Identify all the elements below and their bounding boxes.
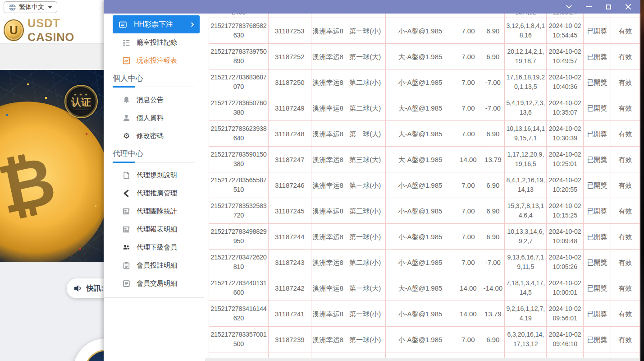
bet-table-body: 240015,4,1211:00:24215217278376858263031… [209, 14, 640, 361]
draw-status: 已開獎 [584, 44, 611, 69]
close-icon[interactable] [621, 1, 635, 12]
window-titlebar[interactable] [104, 0, 640, 14]
profit: -7.00 [481, 69, 505, 95]
sidebar-item-profile[interactable]: 個人資料 [104, 109, 204, 127]
profit: 6.90 [481, 224, 505, 249]
profit: 6.90 [481, 121, 505, 146]
bet-amount: 7.00 [455, 172, 481, 198]
draw-status: 已開獎 [584, 275, 611, 301]
play-odds: 小-A盤@1.985 [386, 224, 456, 249]
brand-coin-icon: U [4, 19, 24, 41]
chevron-right-icon [190, 22, 194, 27]
profit: 13.79 [481, 301, 505, 326]
play-odds [386, 14, 456, 18]
minimize-icon[interactable] [582, 1, 595, 12]
period: 31187242 [269, 275, 311, 301]
certified-badge: ★ ★ ★ 认证 [64, 85, 98, 118]
sidebar-item-lottery-bet[interactable]: HH彩票下注 [113, 15, 200, 33]
bet-time: 2024-10-02 10:40:36 [547, 69, 584, 95]
person-icon [123, 114, 130, 122]
valid-flag: 有效 [611, 172, 640, 198]
profit: 6.90 [481, 18, 505, 43]
sidebar-item-member-transaction-detail[interactable]: 會員交易明細 [104, 274, 204, 292]
valid-flag: 有效 [611, 250, 640, 275]
language-selector[interactable]: 繁体中文 [4, 1, 57, 13]
game-name: 澳洲幸运8 [311, 44, 345, 69]
valid-flag: 有效 [611, 95, 640, 120]
game-name: 澳洲幸运8 [311, 301, 345, 326]
table-row: 215217278373975089031187252澳洲幸运8第一球(大)大-… [209, 44, 640, 69]
table-row: 215217278365076038031187249澳洲幸运8第二球(大)大-… [209, 95, 640, 121]
bell-icon [123, 96, 130, 104]
table-row: 215217278359015038031187247澳洲幸运8第三球(大)大-… [209, 147, 640, 172]
sidebar-item-announcements[interactable]: 消息公告 [104, 91, 204, 109]
order-id: 2152172783532583720 [209, 198, 269, 223]
sidebar-item-player-report[interactable]: 玩家投注報表 [104, 51, 204, 69]
sidebar-item-member-bet-detail[interactable]: 會員投註明細 [104, 256, 204, 274]
period: 31187243 [269, 250, 311, 275]
clipboard-icon [123, 262, 130, 269]
sidebar-item-agent-promotion[interactable]: 代理推廣管理 [104, 184, 204, 202]
bitcoin-coin-graphic: ₿ [0, 102, 105, 262]
bet-position: 第三球(大) [345, 147, 386, 172]
period [269, 14, 311, 18]
play-odds: 大-A盤@1.985 [386, 95, 456, 120]
newspaper-icon [123, 208, 130, 215]
chevron-down-icon[interactable] [562, 1, 575, 12]
play-odds: 小-A盤@1.985 [386, 198, 456, 223]
bet-amount: 7.00 [455, 250, 481, 275]
play-odds: 小-A盤@1.985 [386, 327, 456, 352]
draw-numbers: 7,18,1,3,4,17,14,5 [505, 275, 547, 301]
section-divider [113, 87, 195, 87]
network-dot [45, 97, 47, 99]
draw-numbers: 6,3,20,16,14,17,13,12 [505, 327, 547, 352]
valid-flag: 有效 [611, 301, 640, 326]
table-row: 240015,4,1211:00:24 [209, 14, 640, 18]
play-odds: 大-A盤@1.985 [386, 275, 456, 301]
report-window: HH彩票下注 廳室投註記錄 玩家投注報表 個人中心 [104, 0, 640, 361]
draw-status: 已開獎 [584, 224, 611, 249]
sidebar-item-change-password[interactable]: ⚙ 修改密碼 [104, 127, 204, 145]
horizontal-scrollbar[interactable] [205, 358, 640, 361]
badge-divider [73, 110, 89, 110]
sidebar-item-agent-report-detail[interactable]: 代理報表明細 [104, 220, 204, 238]
play-odds: 小-A盤@1.985 [386, 301, 456, 326]
bet-amount: 14.00 [455, 301, 481, 326]
sidebar-item-label: 消息公告 [137, 96, 164, 104]
play-odds: 小-A盤@1.985 [386, 18, 456, 43]
brand-logo[interactable]: U USDT CASINO [4, 16, 105, 44]
draw-status: 已開獎 [584, 69, 611, 95]
valid-flag: 有效 [611, 18, 640, 43]
sidebar-item-agent-rules[interactable]: 代理規則說明 [104, 166, 204, 184]
sidebar-item-agent-downline-members[interactable]: 代理下級會員 [104, 238, 204, 256]
draw-status: 已開獎 [584, 147, 611, 172]
draw-numbers: 20,12,14,2,1,19,18,7 [505, 44, 547, 69]
play-odds: 小-A盤@1.985 [386, 172, 456, 198]
sidebar-item-room-records[interactable]: 廳室投註記錄 [104, 33, 204, 51]
draw-status: 已開獎 [584, 301, 611, 326]
bet-time: 2024-10-02 10:05:26 [547, 250, 584, 275]
sidebar-item-agent-team-stats[interactable]: 代理團隊統計 [104, 202, 204, 220]
profit [481, 14, 505, 18]
table-row: 215217278356558751031187246澳洲幸运8第三球(小)小-… [209, 172, 640, 198]
background-edge-strip [640, 0, 644, 361]
valid-flag: 有效 [611, 224, 640, 249]
bet-amount: 7.00 [455, 327, 481, 352]
badge-stars: ★ ★ ★ [74, 93, 89, 97]
users-icon [123, 244, 130, 251]
sidebar-item-label: 會員投註明細 [137, 261, 177, 270]
section-title-agent: 代理中心 [113, 148, 204, 159]
sidebar-item-label: 代理推廣管理 [137, 189, 177, 198]
play-odds: 大-A盤@1.985 [386, 147, 456, 172]
draw-numbers: 15,3,7,8,13,14,6,4 [505, 198, 547, 223]
badge-label: 认证 [71, 97, 91, 108]
maximize-icon[interactable] [602, 1, 615, 12]
sidebar-item-label: 代理規則說明 [137, 171, 177, 180]
brand-name: USDT CASINO [27, 16, 105, 44]
bet-time: 11:00:24 [547, 14, 584, 18]
bet-position: 第一球(大) [345, 275, 386, 301]
sidebar-item-label: 代理下級會員 [137, 243, 177, 252]
play-odds: 大-A盤@1.985 [386, 44, 456, 69]
bitcoin-banner: ₿ ★ ★ ★ 认证 [0, 70, 105, 262]
bet-records-table[interactable]: 240015,4,1211:00:24215217278376858263031… [209, 14, 640, 361]
